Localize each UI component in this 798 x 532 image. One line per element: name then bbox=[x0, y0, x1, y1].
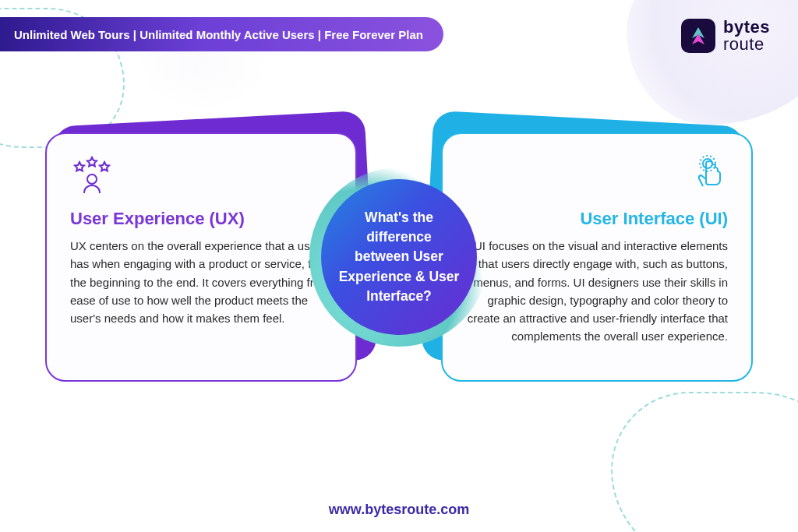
brand-logo-text: bytes route bbox=[723, 19, 770, 53]
stars-person-icon bbox=[70, 154, 114, 198]
brand-arrow-icon bbox=[687, 24, 709, 48]
brand-name-line2: route bbox=[723, 36, 770, 53]
center-question: What's the difference between User Exper… bbox=[338, 208, 460, 307]
center-circle: What's the difference between User Exper… bbox=[321, 179, 477, 335]
brand-logo: bytes route bbox=[681, 19, 770, 53]
footer-url: www.bytesroute.com bbox=[329, 502, 469, 518]
center-ring: What's the difference between User Exper… bbox=[309, 167, 489, 347]
brand-logo-mark bbox=[681, 19, 715, 53]
promo-banner-text: Unlimited Web Tours | Unlimited Monthly … bbox=[14, 28, 423, 41]
brand-name-line1: bytes bbox=[723, 19, 770, 36]
touch-hand-icon bbox=[690, 154, 728, 198]
promo-banner: Unlimited Web Tours | Unlimited Monthly … bbox=[0, 17, 443, 51]
bg-dashed-right bbox=[611, 392, 798, 532]
ui-card-title: User Interface (UI) bbox=[466, 209, 728, 229]
svg-point-0 bbox=[87, 174, 97, 184]
ux-card-title: User Experience (UX) bbox=[70, 209, 332, 229]
ui-card-body: UI focuses on the visual and interactive… bbox=[466, 237, 728, 346]
ux-card-body: UX centers on the overall experience tha… bbox=[70, 237, 332, 327]
svg-point-1 bbox=[703, 159, 712, 168]
